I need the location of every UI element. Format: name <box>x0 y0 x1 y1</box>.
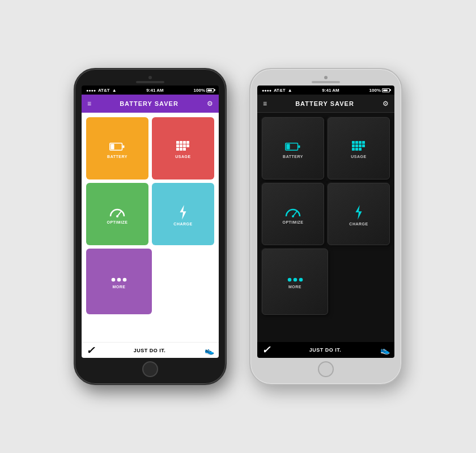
time-light: 9:41 AM <box>322 88 339 93</box>
usage-icon-dark <box>176 141 190 152</box>
phone-top-dark <box>82 76 219 83</box>
svg-rect-8 <box>180 144 182 147</box>
svg-rect-26 <box>362 141 365 144</box>
tile-battery-dark[interactable]: BATTERY <box>86 117 148 180</box>
tile-more-label-light: MORE <box>288 285 301 289</box>
menu-icon-light[interactable]: ≡ <box>263 100 267 108</box>
screen-light: ●●●● AT&T ▲ 9:41 AM 100% ≡ BATTERY SAVER… <box>257 86 394 358</box>
grid-row-3-dark: MORE <box>86 249 214 314</box>
ad-banner-dark: ✓ JUST DO IT. 👟 <box>82 342 219 358</box>
svg-rect-13 <box>183 148 186 151</box>
ad-banner-light: ✓ JUST DO IT. 👟 <box>257 342 394 358</box>
svg-rect-10 <box>186 144 189 147</box>
phone-bottom-light <box>257 361 394 377</box>
grid-row-1-dark: BATTERY <box>86 117 214 180</box>
svg-marker-16 <box>180 205 186 220</box>
svg-rect-33 <box>359 148 362 151</box>
status-right-light: 100% <box>369 88 390 93</box>
svg-rect-11 <box>176 148 179 151</box>
menu-icon-dark[interactable]: ≡ <box>87 100 91 108</box>
tile-optimize-label-dark: OPTIMIZE <box>107 220 128 224</box>
app-header-dark: ≡ BATTERY SAVER ⚙ <box>82 95 219 113</box>
phone-top-light <box>257 76 394 83</box>
time-dark: 9:41 AM <box>146 88 163 93</box>
svg-rect-7 <box>176 144 179 147</box>
speaker-dark <box>136 81 164 83</box>
battery-icon-light <box>285 141 301 152</box>
svg-point-19 <box>123 277 127 281</box>
battery-fill-light <box>383 89 388 91</box>
empty-cell-light <box>332 249 390 315</box>
svg-rect-12 <box>180 148 182 151</box>
app-content-light: BATTERY <box>257 113 394 342</box>
status-bar-light: ●●●● AT&T ▲ 9:41 AM 100% <box>257 86 394 95</box>
screen-dark: ●●●● AT&T ▲ 9:41 AM 100% ≡ BATTERY SAVER… <box>82 86 219 358</box>
svg-point-15 <box>116 215 118 217</box>
tile-optimize-dark[interactable]: OPTIMIZE <box>86 183 148 245</box>
shoe-icon-light: 👟 <box>380 345 390 354</box>
svg-rect-22 <box>286 144 290 149</box>
tile-more-label-dark: MORE <box>113 285 126 289</box>
settings-icon-light[interactable]: ⚙ <box>382 100 389 108</box>
tile-more-light[interactable]: MORE <box>262 249 328 315</box>
tile-charge-label-dark: CHARGE <box>173 222 192 226</box>
svg-point-38 <box>293 278 297 282</box>
charge-icon-dark <box>178 205 188 220</box>
app-header-light: ≡ BATTERY SAVER ⚙ <box>257 95 394 113</box>
speaker-light <box>312 81 340 83</box>
more-icon-dark <box>110 277 128 283</box>
wifi-light: ▲ <box>288 88 292 93</box>
more-icon-light <box>287 277 304 283</box>
home-button-light[interactable] <box>318 361 334 377</box>
svg-marker-36 <box>355 205 362 220</box>
svg-point-17 <box>112 277 116 281</box>
nike-tagline-light: JUST DO IT. <box>309 347 342 353</box>
optimize-icon-dark <box>109 207 125 218</box>
usage-icon-light <box>351 141 366 152</box>
tile-battery-light[interactable]: BATTERY <box>262 117 324 180</box>
dark-phone: ●●●● AT&T ▲ 9:41 AM 100% ≡ BATTERY SAVER… <box>74 68 227 385</box>
phone-bottom-dark <box>82 361 219 377</box>
status-right-dark: 100% <box>194 88 214 93</box>
app-content-dark: BATTERY <box>82 113 219 342</box>
grid-row-1-light: BATTERY <box>262 117 390 180</box>
nike-tagline-dark: JUST DO IT. <box>134 348 166 353</box>
tile-charge-light[interactable]: CHARGE <box>328 183 390 245</box>
light-phone: ●●●● AT&T ▲ 9:41 AM 100% ≡ BATTERY SAVER… <box>249 68 402 385</box>
app-title-light: BATTERY SAVER <box>295 100 354 107</box>
tile-charge-dark[interactable]: CHARGE <box>152 183 214 245</box>
tile-usage-label-dark: USAGE <box>175 155 190 159</box>
settings-icon-dark[interactable]: ⚙ <box>207 100 213 108</box>
tile-usage-label-light: USAGE <box>351 155 366 159</box>
tile-usage-dark[interactable]: USAGE <box>152 117 214 180</box>
signal-light: ●●●● <box>262 88 271 92</box>
svg-rect-30 <box>362 144 365 147</box>
tile-usage-light[interactable]: USAGE <box>328 117 390 180</box>
home-button-dark[interactable] <box>142 361 158 377</box>
svg-rect-25 <box>359 141 362 144</box>
svg-rect-29 <box>359 144 362 147</box>
svg-rect-6 <box>186 141 189 144</box>
svg-rect-27 <box>352 144 355 147</box>
tile-charge-label-light: CHARGE <box>349 222 368 226</box>
svg-rect-21 <box>298 145 300 148</box>
grid-row-2-dark: OPTIMIZE CHARGE <box>86 183 214 245</box>
tile-optimize-light[interactable]: OPTIMIZE <box>262 183 324 245</box>
battery-pct-dark: 100% <box>194 88 205 93</box>
battery-indicator-dark <box>206 88 214 92</box>
svg-rect-3 <box>176 141 179 144</box>
battery-icon-dark <box>109 141 125 152</box>
nike-logo-dark: ✓ <box>86 344 95 357</box>
shoe-icon-dark: 👟 <box>205 346 214 355</box>
svg-point-18 <box>117 277 121 281</box>
status-left-light: ●●●● AT&T ▲ <box>262 88 292 93</box>
tile-battery-label-dark: BATTERY <box>107 155 128 159</box>
empty-cell-dark <box>155 249 214 314</box>
tile-more-dark[interactable]: MORE <box>86 249 152 314</box>
svg-rect-28 <box>355 144 358 147</box>
camera-light <box>324 76 328 79</box>
tile-optimize-label-light: OPTIMIZE <box>282 220 303 224</box>
battery-fill-dark <box>207 89 212 91</box>
svg-rect-1 <box>122 145 124 148</box>
camera-dark <box>148 76 152 79</box>
